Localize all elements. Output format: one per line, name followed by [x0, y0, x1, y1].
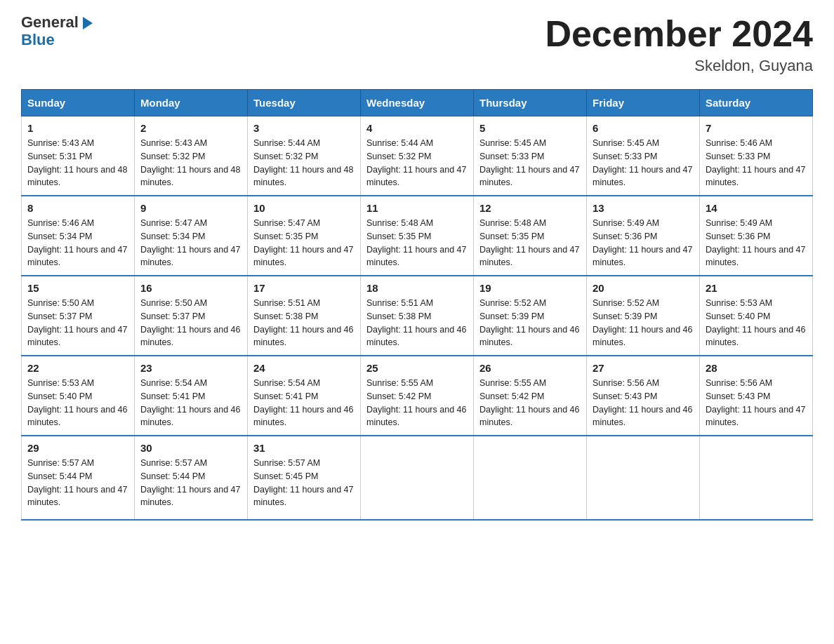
- calendar-cell: 5 Sunrise: 5:45 AMSunset: 5:33 PMDayligh…: [474, 116, 587, 196]
- calendar-cell: 23 Sunrise: 5:54 AMSunset: 5:41 PMDaylig…: [135, 356, 248, 436]
- calendar-cell: [587, 436, 700, 520]
- day-info: Sunrise: 5:57 AMSunset: 5:45 PMDaylight:…: [253, 458, 353, 507]
- day-info: Sunrise: 5:44 AMSunset: 5:32 PMDaylight:…: [366, 138, 466, 187]
- calendar-cell: 28 Sunrise: 5:56 AMSunset: 5:43 PMDaylig…: [700, 356, 813, 436]
- day-number: 13: [593, 202, 694, 214]
- calendar-cell: 13 Sunrise: 5:49 AMSunset: 5:36 PMDaylig…: [587, 196, 700, 276]
- day-number: 27: [593, 362, 694, 374]
- month-title: December 2024: [545, 14, 813, 54]
- calendar-cell: 27 Sunrise: 5:56 AMSunset: 5:43 PMDaylig…: [587, 356, 700, 436]
- calendar-header: SundayMondayTuesdayWednesdayThursdayFrid…: [22, 90, 813, 116]
- calendar-cell: 9 Sunrise: 5:47 AMSunset: 5:34 PMDayligh…: [135, 196, 248, 276]
- calendar-cell: 26 Sunrise: 5:55 AMSunset: 5:42 PMDaylig…: [474, 356, 587, 436]
- day-number: 15: [27, 282, 128, 294]
- day-info: Sunrise: 5:50 AMSunset: 5:37 PMDaylight:…: [140, 298, 240, 347]
- header-tuesday: Tuesday: [248, 90, 361, 116]
- day-number: 20: [593, 282, 694, 294]
- calendar-cell: 7 Sunrise: 5:46 AMSunset: 5:33 PMDayligh…: [700, 116, 813, 196]
- day-info: Sunrise: 5:43 AMSunset: 5:32 PMDaylight:…: [140, 138, 240, 187]
- calendar-cell: 3 Sunrise: 5:44 AMSunset: 5:32 PMDayligh…: [248, 116, 361, 196]
- calendar-cell: 15 Sunrise: 5:50 AMSunset: 5:37 PMDaylig…: [22, 276, 135, 356]
- calendar-cell: 2 Sunrise: 5:43 AMSunset: 5:32 PMDayligh…: [135, 116, 248, 196]
- day-info: Sunrise: 5:43 AMSunset: 5:31 PMDaylight:…: [27, 138, 127, 187]
- day-info: Sunrise: 5:46 AMSunset: 5:34 PMDaylight:…: [27, 218, 127, 267]
- day-info: Sunrise: 5:52 AMSunset: 5:39 PMDaylight:…: [479, 298, 579, 347]
- day-number: 28: [706, 362, 807, 374]
- day-info: Sunrise: 5:53 AMSunset: 5:40 PMDaylight:…: [706, 298, 805, 347]
- day-number: 10: [253, 202, 355, 214]
- day-number: 3: [253, 122, 355, 134]
- day-number: 9: [140, 202, 241, 214]
- header-sunday: Sunday: [22, 90, 135, 116]
- calendar-cell: 24 Sunrise: 5:54 AMSunset: 5:41 PMDaylig…: [248, 356, 361, 436]
- calendar-cell: [474, 436, 587, 520]
- calendar-week-4: 22 Sunrise: 5:53 AMSunset: 5:40 PMDaylig…: [22, 356, 813, 436]
- day-info: Sunrise: 5:54 AMSunset: 5:41 PMDaylight:…: [140, 378, 240, 427]
- calendar-cell: 1 Sunrise: 5:43 AMSunset: 5:31 PMDayligh…: [22, 116, 135, 196]
- title-block: December 2024 Skeldon, Guyana: [545, 14, 813, 75]
- day-number: 21: [706, 282, 807, 294]
- calendar-cell: 6 Sunrise: 5:45 AMSunset: 5:33 PMDayligh…: [587, 116, 700, 196]
- day-info: Sunrise: 5:57 AMSunset: 5:44 PMDaylight:…: [27, 458, 127, 507]
- day-info: Sunrise: 5:48 AMSunset: 5:35 PMDaylight:…: [479, 218, 579, 267]
- header-monday: Monday: [135, 90, 248, 116]
- day-number: 31: [253, 442, 355, 454]
- calendar-week-5: 29 Sunrise: 5:57 AMSunset: 5:44 PMDaylig…: [22, 436, 813, 520]
- day-info: Sunrise: 5:56 AMSunset: 5:43 PMDaylight:…: [706, 378, 805, 427]
- logo-arrow-icon: [80, 15, 95, 31]
- calendar-cell: 10 Sunrise: 5:47 AMSunset: 5:35 PMDaylig…: [248, 196, 361, 276]
- day-info: Sunrise: 5:45 AMSunset: 5:33 PMDaylight:…: [479, 138, 579, 187]
- day-number: 24: [253, 362, 355, 374]
- logo: General Blue: [21, 14, 95, 49]
- calendar-cell: 31 Sunrise: 5:57 AMSunset: 5:45 PMDaylig…: [248, 436, 361, 520]
- day-info: Sunrise: 5:51 AMSunset: 5:38 PMDaylight:…: [366, 298, 466, 347]
- calendar-cell: 11 Sunrise: 5:48 AMSunset: 5:35 PMDaylig…: [361, 196, 474, 276]
- calendar-cell: 18 Sunrise: 5:51 AMSunset: 5:38 PMDaylig…: [361, 276, 474, 356]
- day-info: Sunrise: 5:57 AMSunset: 5:44 PMDaylight:…: [140, 458, 240, 507]
- calendar-cell: 19 Sunrise: 5:52 AMSunset: 5:39 PMDaylig…: [474, 276, 587, 356]
- calendar-cell: 12 Sunrise: 5:48 AMSunset: 5:35 PMDaylig…: [474, 196, 587, 276]
- day-number: 14: [706, 202, 807, 214]
- day-number: 23: [140, 362, 241, 374]
- day-info: Sunrise: 5:50 AMSunset: 5:37 PMDaylight:…: [27, 298, 127, 347]
- day-info: Sunrise: 5:47 AMSunset: 5:35 PMDaylight:…: [253, 218, 353, 267]
- calendar-table: SundayMondayTuesdayWednesdayThursdayFrid…: [21, 89, 813, 521]
- day-number: 19: [479, 282, 581, 294]
- calendar-cell: 17 Sunrise: 5:51 AMSunset: 5:38 PMDaylig…: [248, 276, 361, 356]
- day-number: 1: [27, 122, 128, 134]
- day-number: 29: [27, 442, 128, 454]
- calendar-body: 1 Sunrise: 5:43 AMSunset: 5:31 PMDayligh…: [22, 116, 813, 521]
- calendar-cell: [361, 436, 474, 520]
- day-number: 7: [706, 122, 807, 134]
- logo-text-blue: Blue: [21, 31, 55, 49]
- header-row: SundayMondayTuesdayWednesdayThursdayFrid…: [22, 90, 813, 116]
- calendar-cell: 14 Sunrise: 5:49 AMSunset: 5:36 PMDaylig…: [700, 196, 813, 276]
- day-info: Sunrise: 5:45 AMSunset: 5:33 PMDaylight:…: [593, 138, 692, 187]
- day-info: Sunrise: 5:47 AMSunset: 5:34 PMDaylight:…: [140, 218, 240, 267]
- day-number: 11: [366, 202, 468, 214]
- logo-text-general: General: [21, 14, 79, 31]
- header-saturday: Saturday: [700, 90, 813, 116]
- day-info: Sunrise: 5:55 AMSunset: 5:42 PMDaylight:…: [366, 378, 466, 427]
- location: Skeldon, Guyana: [545, 57, 813, 75]
- svg-marker-0: [83, 17, 93, 29]
- calendar-cell: 4 Sunrise: 5:44 AMSunset: 5:32 PMDayligh…: [361, 116, 474, 196]
- day-info: Sunrise: 5:54 AMSunset: 5:41 PMDaylight:…: [253, 378, 353, 427]
- header-friday: Friday: [587, 90, 700, 116]
- calendar-cell: 20 Sunrise: 5:52 AMSunset: 5:39 PMDaylig…: [587, 276, 700, 356]
- day-info: Sunrise: 5:56 AMSunset: 5:43 PMDaylight:…: [593, 378, 692, 427]
- day-number: 5: [479, 122, 581, 134]
- calendar-cell: 25 Sunrise: 5:55 AMSunset: 5:42 PMDaylig…: [361, 356, 474, 436]
- calendar-cell: 29 Sunrise: 5:57 AMSunset: 5:44 PMDaylig…: [22, 436, 135, 520]
- day-number: 8: [27, 202, 128, 214]
- day-info: Sunrise: 5:49 AMSunset: 5:36 PMDaylight:…: [593, 218, 692, 267]
- day-number: 16: [140, 282, 241, 294]
- day-info: Sunrise: 5:48 AMSunset: 5:35 PMDaylight:…: [366, 218, 466, 267]
- page-header: General Blue December 2024 Skeldon, Guya…: [21, 14, 813, 75]
- day-info: Sunrise: 5:49 AMSunset: 5:36 PMDaylight:…: [706, 218, 805, 267]
- day-number: 30: [140, 442, 241, 454]
- day-info: Sunrise: 5:44 AMSunset: 5:32 PMDaylight:…: [253, 138, 353, 187]
- calendar-cell: 21 Sunrise: 5:53 AMSunset: 5:40 PMDaylig…: [700, 276, 813, 356]
- day-number: 18: [366, 282, 468, 294]
- day-info: Sunrise: 5:52 AMSunset: 5:39 PMDaylight:…: [593, 298, 692, 347]
